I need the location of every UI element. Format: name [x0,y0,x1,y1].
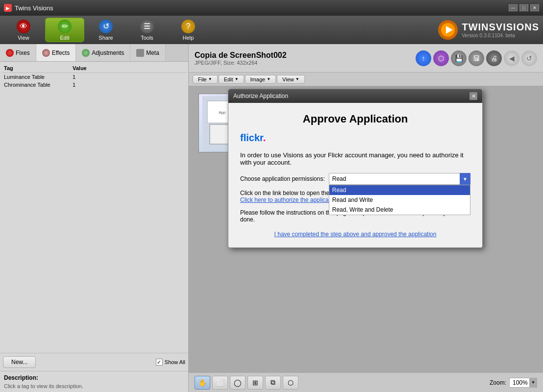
option-read[interactable]: Read [329,185,470,195]
auth-complete-link[interactable]: I have completed the step above and appr… [240,231,470,238]
forward-button[interactable]: ↺ [521,50,537,66]
edit-icon: ✏ [58,20,72,33]
flickr-logo: flickr. [240,132,266,144]
help-button[interactable]: ? Help [169,18,208,42]
ellipse-tool-button[interactable]: ◯ [230,376,246,390]
new-button[interactable]: New... [3,356,36,368]
table-header: Tag Value [2,64,186,73]
image-menu-arrow: ▼ [267,77,271,81]
paint-tool-button[interactable]: ⬡ [283,376,298,390]
main-toolbar: 👁 View ✏ Edit ↺ Share ☰ Tools ? Help TWI… [0,16,543,44]
view-button[interactable]: 👁 View [4,18,43,42]
zoom-select[interactable]: 100% 50% 200% [509,378,537,388]
auth-titlebar: Authorize Application ✕ [228,89,482,103]
save-button[interactable]: 💾 [451,50,467,66]
edit-menu-button[interactable]: Edit ▼ [219,75,244,84]
auth-title: Approve Application [240,113,470,125]
description-text: Click a tag to view its description. [4,383,184,389]
hand-tool-button[interactable]: ✋ [195,376,210,390]
image-area: App Authorize Application ✕ Approve Appl… [189,86,543,372]
show-all-checkbox[interactable]: ✓ [156,359,163,366]
perm-label: Choose application permissions: [240,175,325,182]
tab-meta[interactable]: Meta [130,44,166,61]
auth-description: In order to use Visions as your Flickr a… [240,151,470,166]
save-as-button[interactable]: 🖫 [469,50,484,66]
brand-version: Version 0.3.0.1104. beta [462,33,539,38]
permissions-row: Choose application permissions: ▼ Read R… [240,173,470,185]
option-read-write-delete[interactable]: Read, Write and Delete [329,205,470,215]
show-all-toggle[interactable]: ✓ Show All [156,359,185,366]
fixes-tab-icon [6,49,14,57]
file-menu-arrow: ▼ [208,77,212,81]
back-button[interactable]: ◀ [504,50,519,66]
description-panel: Description: Click a tag to view its des… [0,371,188,392]
dropdown-options: Read Read and Write Read, Write and Dele… [329,185,470,215]
zoom-label: Zoom: [490,379,506,386]
left-panel: Fixes Effects Adjustments Meta Tag Value [0,44,189,392]
tab-adjustments[interactable]: Adjustments [76,44,130,61]
auth-content: Approve Application flickr. In order to … [228,103,482,247]
titlebar-left: ▶ Twins Visions [4,4,53,12]
help-icon: ? [181,20,195,33]
file-menu-button[interactable]: File ▼ [193,75,218,84]
selection-tool-button[interactable]: ⬜ [212,376,228,390]
perm-dropdown-arrow[interactable]: ▼ [460,173,470,185]
tool-buttons: ✋ ⬜ ◯ ⊞ ⧉ ⬡ [195,376,298,390]
maximize-button[interactable]: □ [519,4,528,11]
tab-effects[interactable]: Effects [36,44,76,61]
zoom-row: Zoom: 100% 50% 200% ▼ [490,378,537,388]
app-title: Twins Visions [15,4,53,12]
tools-button[interactable]: ☰ Tools [127,18,167,42]
brand-logo: TWINSVISIONS Version 0.3.0.1104. beta [437,19,539,41]
brand-logo-icon [437,19,459,41]
file-title: Copia de ScreenShot002 [195,51,287,60]
zoom-wrapper: 100% 50% 200% ▼ [509,378,537,388]
auth-close-button[interactable]: ✕ [469,92,477,100]
action-buttons: ↑ ⬡ 💾 🖫 🖨 ◀ ↺ [416,50,537,66]
option-read-write[interactable]: Read and Write [329,195,470,205]
upload-button[interactable]: ↑ [416,50,431,66]
print-button[interactable]: 🖨 [486,50,502,66]
tabs: Fixes Effects Adjustments Meta [0,44,188,62]
table-row[interactable]: Luminance Table 1 [2,73,186,81]
file-info: Copia de ScreenShot002 JPEG/JIFF, Size: … [195,51,287,66]
perm-select-input[interactable] [329,173,470,185]
svg-text:App: App [218,110,225,115]
app-icon: ▶ [4,4,12,12]
share-icon: ↺ [99,20,113,33]
left-bottom-bar: New... ✓ Show All [0,353,188,371]
titlebar: ▶ Twins Visions — □ ✕ [0,0,543,16]
share-action-button[interactable]: ⬡ [433,50,449,66]
minimize-button[interactable]: — [509,4,518,11]
view-icon: 👁 [17,20,30,33]
adj-tab-icon [82,49,90,57]
edit-button[interactable]: ✏ Edit [45,18,84,42]
bottom-toolbar: ✋ ⬜ ◯ ⊞ ⧉ ⬡ Zoom: 100% 50% 200% ▼ [189,372,543,392]
tag-table: Tag Value Luminance Table 1 Chrominance … [0,62,188,353]
view-menu-arrow: ▼ [296,77,299,81]
table-row[interactable]: Chrominance Table 1 [2,81,186,89]
auth-link[interactable]: Click here to authorize the application.… [240,196,343,203]
transform-tool-button[interactable]: ⊞ [247,376,263,390]
effects-tab-icon [42,49,50,57]
image-menu-button[interactable]: Image ▼ [245,75,276,84]
close-button[interactable]: ✕ [530,4,539,11]
right-header: Copia de ScreenShot002 JPEG/JIFF, Size: … [189,44,543,73]
share-button[interactable]: ↺ Share [86,18,125,42]
description-title: Description: [4,374,184,381]
editor-toolbar: File ▼ Edit ▼ Image ▼ View ▼ [189,73,543,86]
right-panel: Copia de ScreenShot002 JPEG/JIFF, Size: … [189,44,543,392]
auth-dialog: Authorize Application ✕ Approve Applicat… [228,89,483,248]
titlebar-controls[interactable]: — □ ✕ [509,4,539,11]
tools-icon: ☰ [140,20,154,33]
stamp-tool-button[interactable]: ⧉ [265,376,281,390]
view-menu-button[interactable]: View ▼ [277,75,305,84]
tab-fixes[interactable]: Fixes [0,44,36,61]
meta-tab-icon [136,49,144,57]
edit-menu-arrow: ▼ [235,77,239,81]
auth-dialog-title: Authorize Application [233,93,288,99]
brand-name: TWINSVISIONS [462,22,539,33]
file-subtitle: JPEG/JIFF, Size: 432x264 [195,60,287,66]
perm-select-wrapper: ▼ Read Read and Write Read, Write and De… [329,173,470,185]
